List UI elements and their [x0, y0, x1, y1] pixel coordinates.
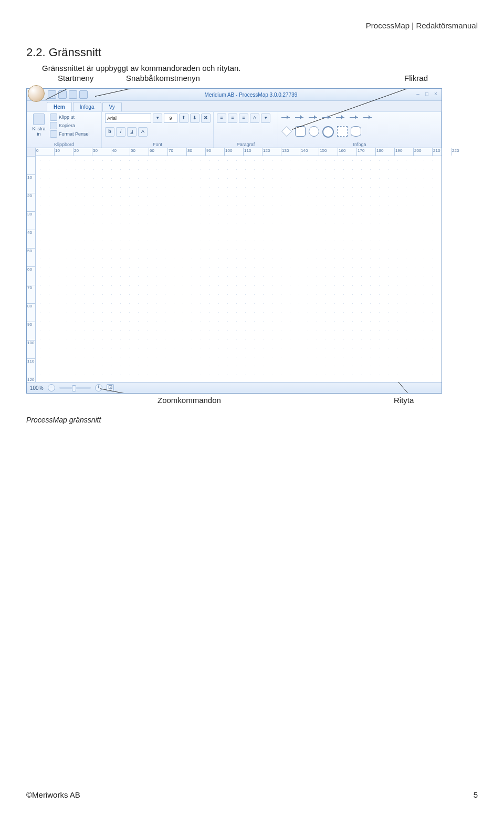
label-rityta: Rityta: [394, 396, 414, 405]
canvas[interactable]: [36, 156, 442, 382]
tab-hem[interactable]: Hem: [47, 102, 72, 111]
paste-button[interactable]: Klistra in: [30, 114, 48, 137]
shape-ring[interactable]: [322, 126, 334, 138]
figure-caption: ProcessMap gränssnitt: [26, 416, 478, 424]
arrow-tool[interactable]: [281, 114, 291, 121]
annotation-row-bottom: Zoomkommandon Rityta: [26, 396, 478, 407]
copy-icon: [50, 122, 57, 129]
cut-icon: [50, 114, 57, 121]
zoom-fit-button[interactable]: ⊡: [107, 384, 114, 391]
font-clear-button[interactable]: ✖: [201, 114, 211, 123]
align-left-button[interactable]: ≡: [217, 114, 226, 123]
window-controls[interactable]: –□×: [414, 91, 439, 98]
footer-left: ©Meriworks AB: [26, 790, 80, 799]
start-orb[interactable]: [28, 85, 45, 102]
font-grow-button[interactable]: ⬆: [179, 114, 188, 123]
text-box-button[interactable]: A: [250, 114, 259, 123]
font-shrink-button[interactable]: ⬇: [190, 114, 200, 123]
copy-button[interactable]: Kopiera: [50, 122, 90, 129]
label-zoomkommandon: Zoomkommandon: [158, 396, 221, 405]
ruler-horizontal: 0102030405060708090100110120130140150160…: [35, 148, 442, 156]
annotation-row-top: Startmeny Snabbåtkomstmenyn Flikrad: [26, 74, 478, 86]
group-klippbord: Klistra in Klipp ut Kopiera Format Pense…: [27, 112, 102, 148]
shape-rounded-rect[interactable]: [295, 126, 306, 137]
italic-button[interactable]: i: [116, 127, 125, 137]
tab-infoga[interactable]: Infoga: [73, 102, 101, 111]
ribbon: Klistra in Klipp ut Kopiera Format Pense…: [27, 111, 442, 148]
label-flikrad: Flikrad: [404, 74, 428, 82]
font-name-select[interactable]: Arial: [105, 114, 151, 123]
align-center-button[interactable]: ≡: [228, 114, 237, 123]
label-startmeny: Startmeny: [58, 74, 93, 82]
shape-dashed-rect[interactable]: [337, 126, 348, 137]
group-font: Arial ▾ 9 ⬆ ⬇ ✖ b i u A Font: [102, 112, 214, 148]
chevron-down-icon[interactable]: ▾: [153, 114, 162, 123]
arrow-tool[interactable]: [322, 114, 332, 121]
tab-vy[interactable]: Vy: [102, 102, 122, 111]
page-header-right: ProcessMap | Redaktörsmanual: [26, 21, 478, 30]
font-size-input[interactable]: 9: [164, 114, 177, 123]
font-color-button[interactable]: A: [138, 127, 148, 137]
format-painter-button[interactable]: Format Pensel: [50, 130, 90, 138]
section-intro: Gränssnittet är uppbyggt av kommandorade…: [42, 64, 478, 73]
titlebar: Meridium AB - ProcessMap 3.0.0.27739 –□×: [27, 89, 442, 101]
brush-icon: [50, 130, 57, 138]
group-paragraf: ≡ ≡ ≡ A ▾ Paragraf: [214, 112, 278, 148]
footer-page-number: 5: [474, 790, 478, 799]
ribbon-tabs: Hem Infoga Vy: [27, 101, 442, 111]
arrow-tool[interactable]: [363, 114, 373, 121]
arrow-tool[interactable]: [336, 114, 345, 121]
bold-button[interactable]: b: [105, 127, 114, 137]
maximize-icon[interactable]: □: [423, 91, 430, 98]
arrow-tool[interactable]: [295, 114, 304, 121]
label-snabbatkomst: Snabbåtkomstmenyn: [126, 74, 200, 82]
zoom-percent: 100%: [30, 385, 44, 391]
group-label: Paragraf: [217, 142, 275, 147]
quick-access-toolbar[interactable]: [48, 90, 88, 99]
align-right-button[interactable]: ≡: [239, 114, 248, 123]
ruler-vertical: 102030405060708090100110120: [27, 156, 36, 382]
statusbar: 100% − + ⊡: [27, 382, 442, 393]
shape-diamond[interactable]: [281, 126, 292, 137]
close-icon[interactable]: ×: [432, 91, 439, 98]
arrow-tool[interactable]: [350, 114, 359, 121]
cut-button[interactable]: Klipp ut: [50, 114, 90, 121]
window-title: Meridium AB - ProcessMap 3.0.0.27739: [88, 92, 414, 98]
shape-cylinder[interactable]: [351, 126, 361, 137]
section-heading: 2.2. Gränssnitt: [26, 46, 478, 59]
underline-button[interactable]: u: [127, 127, 136, 137]
group-label: Font: [105, 142, 210, 147]
group-infoga: Infoga: [278, 112, 442, 148]
zoom-in-button[interactable]: +: [95, 384, 102, 391]
group-label: Klippbord: [30, 142, 98, 147]
chevron-down-icon[interactable]: ▾: [261, 114, 270, 123]
shape-circle[interactable]: [309, 126, 319, 137]
zoom-out-button[interactable]: −: [48, 384, 55, 391]
arrow-tool[interactable]: [309, 114, 318, 121]
app-window: Meridium AB - ProcessMap 3.0.0.27739 –□×…: [26, 88, 442, 394]
zoom-slider[interactable]: [59, 387, 91, 389]
group-label: Infoga: [281, 142, 438, 147]
minimize-icon[interactable]: –: [414, 91, 422, 98]
paste-icon: [33, 114, 45, 125]
